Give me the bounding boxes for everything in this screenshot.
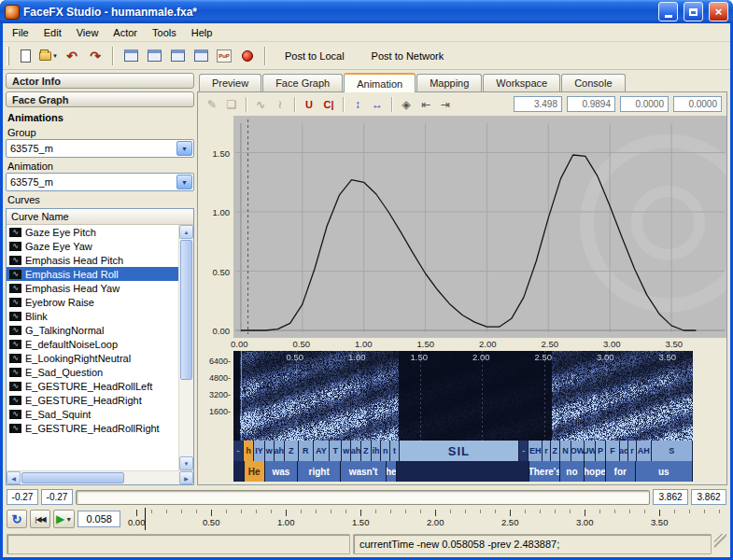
menu-file[interactable]: File: [5, 25, 36, 40]
word-cell[interactable]: [397, 461, 530, 482]
app-icon[interactable]: [5, 5, 20, 20]
phoneme-cell[interactable]: S: [652, 441, 693, 461]
word-cell[interactable]: for: [606, 461, 636, 482]
undo-button[interactable]: ↶: [62, 46, 82, 66]
word-cell[interactable]: hope: [585, 461, 606, 482]
curve-list-item[interactable]: ∿E_LookingRightNeutral: [7, 351, 178, 365]
menu-edit[interactable]: Edit: [36, 25, 69, 40]
phoneme-cell[interactable]: T: [330, 441, 342, 461]
phoneme-cell[interactable]: r: [543, 441, 550, 461]
curve-list-item[interactable]: ∿Blink: [7, 309, 178, 323]
curve-list-item[interactable]: ∿Gaze Eye Yaw: [7, 239, 178, 253]
phoneme-cell[interactable]: EH: [529, 441, 543, 461]
tab-console[interactable]: Console: [561, 74, 625, 91]
min-value-field[interactable]: -0.27: [7, 489, 38, 505]
word-cell[interactable]: was: [265, 461, 298, 482]
curve-list-item[interactable]: ∿E_Sad_Squint: [7, 407, 178, 421]
time-range-slider[interactable]: [76, 490, 650, 505]
tab-animation[interactable]: Animation: [344, 73, 416, 92]
rewind-button[interactable]: |◀◀: [30, 510, 50, 528]
phoneme-cell[interactable]: w: [265, 441, 275, 461]
next-key-icon[interactable]: ⇥: [436, 95, 455, 113]
current-time-field[interactable]: 0.058: [78, 511, 120, 527]
curve-list-item[interactable]: ∿E_Sad_Question: [7, 365, 178, 379]
tab-mapping[interactable]: Mapping: [416, 74, 482, 91]
group-combobox[interactable]: 63575_m ▼: [6, 139, 194, 158]
word-cell[interactable]: right: [298, 461, 341, 482]
face-graph-header[interactable]: Face Graph: [6, 91, 194, 107]
cursor-value-field[interactable]: 0.9894: [567, 96, 615, 112]
toolbar-drag-handle[interactable]: [7, 47, 9, 65]
phoneme-cell[interactable]: AY: [314, 441, 331, 461]
new-actor-button[interactable]: [15, 46, 35, 66]
audio-spectrogram[interactable]: 0.501.001.502.002.503.003.50: [233, 351, 693, 441]
word-cell[interactable]: us: [636, 461, 693, 482]
minimize-button[interactable]: [658, 2, 678, 21]
curve-list-item[interactable]: ∿Emphasis Head Yaw: [7, 281, 178, 295]
vertical-scrollbar[interactable]: ▲ ▼: [178, 225, 193, 470]
curve-list-item[interactable]: ∿Emphasis Head Roll: [7, 267, 178, 281]
scrollbar-track[interactable]: [179, 381, 193, 456]
snap-cursor-icon[interactable]: C|: [319, 95, 338, 113]
curve-list-item[interactable]: ∿G_TalkingNormal: [7, 323, 178, 337]
menu-actor[interactable]: Actor: [106, 25, 145, 40]
cursor-time-field[interactable]: 3.498: [514, 96, 562, 112]
curve-plot[interactable]: [233, 116, 726, 338]
tangent-icon[interactable]: ◈: [397, 95, 416, 113]
copy-curve-icon[interactable]: ❏: [222, 95, 241, 113]
phoneme-cell[interactable]: R: [299, 441, 314, 461]
scroll-left-icon[interactable]: ◀: [7, 471, 21, 484]
scrollbar-track[interactable]: [125, 471, 179, 484]
selection-min-field[interactable]: 0.0000: [620, 96, 669, 112]
curve-list-item[interactable]: ∿E_GESTURE_HeadRollRight: [7, 421, 178, 435]
animation-widget-button[interactable]: [167, 46, 188, 66]
resize-grip[interactable]: [714, 534, 726, 554]
edit-curve-icon[interactable]: ✎: [203, 95, 221, 113]
tab-face-graph[interactable]: Face Graph: [262, 74, 343, 91]
curve-list-item[interactable]: ∿E_GESTURE_HeadRight: [7, 393, 178, 407]
phoneme-cell-active[interactable]: h: [244, 441, 254, 461]
scroll-down-icon[interactable]: ▼: [179, 456, 193, 470]
phoneme-cell[interactable]: Z: [285, 441, 299, 461]
play-button[interactable]: ▶▼: [53, 510, 75, 528]
phoneme-cell[interactable]: -: [519, 441, 529, 461]
actor-info-header[interactable]: Actor Info: [6, 73, 194, 89]
phoneme-cell[interactable]: OW: [571, 441, 585, 461]
chevron-down-icon[interactable]: ▼: [176, 175, 192, 189]
spectrogram-canvas[interactable]: [233, 351, 693, 441]
curve-list-item[interactable]: ∿E_defaultNoiseLoop: [7, 337, 178, 351]
timeline-cursor[interactable]: [145, 508, 146, 530]
phoneme-cell[interactable]: r: [628, 441, 636, 461]
face-graph-widget-button[interactable]: [144, 46, 164, 66]
curve-list-item[interactable]: ∿Eyebrow Raise: [7, 295, 178, 309]
word-cell[interactable]: [233, 461, 245, 482]
fit-vertical-icon[interactable]: ↕: [348, 95, 367, 113]
animation-combobox[interactable]: 63575_m ▼: [6, 173, 194, 191]
range-end-field[interactable]: 3.862: [653, 489, 688, 505]
phoneme-cell[interactable]: UW: [585, 441, 596, 461]
phoneme-bar-button[interactable]: PuP: [214, 46, 234, 66]
redo-button[interactable]: ↷: [85, 46, 106, 66]
duration-field[interactable]: 3.862: [691, 489, 726, 505]
phoneme-cell[interactable]: Z: [361, 441, 372, 461]
phoneme-cell[interactable]: ao: [620, 441, 628, 461]
phoneme-cell[interactable]: P: [596, 441, 606, 461]
scrollbar-thumb[interactable]: [180, 240, 192, 380]
scrollbar-thumb[interactable]: [21, 472, 124, 483]
phoneme-cell[interactable]: ih: [372, 441, 381, 461]
tab-workspace[interactable]: Workspace: [483, 74, 560, 91]
word-cell[interactable]: he: [387, 461, 397, 482]
timeline-ruler[interactable]: 0.000.501.001.502.002.503.003.50: [123, 508, 726, 530]
curve-list-item[interactable]: ∿Gaze Eye Pitch: [7, 225, 178, 239]
insert-key-icon[interactable]: ∿: [251, 95, 270, 113]
curve-list-item[interactable]: ∿E_GESTURE_HeadRollLeft: [7, 379, 178, 393]
tab-preview[interactable]: Preview: [199, 74, 261, 91]
fit-horizontal-icon[interactable]: ↔: [368, 95, 387, 113]
close-button[interactable]: ×: [709, 2, 728, 21]
word-cell-active[interactable]: He: [245, 461, 265, 482]
horizontal-scrollbar[interactable]: ◀ ▶: [7, 470, 193, 484]
curve-name-column-header[interactable]: Curve Name: [7, 209, 193, 225]
word-cell[interactable]: wasn't: [341, 461, 387, 482]
phoneme-cell[interactable]: t: [390, 441, 399, 461]
post-to-network-button[interactable]: Post to Network: [359, 46, 457, 66]
